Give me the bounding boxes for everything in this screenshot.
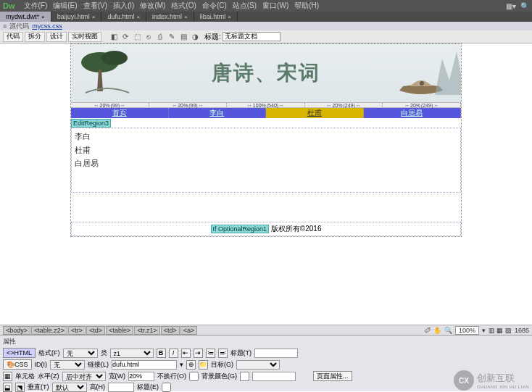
design-canvas[interactable]: 唐诗、宋词 ↔20% (99)↔ ↔20% (99)↔ ↔100% (540)↔… — [0, 43, 532, 312]
tag-crumb[interactable]: <tr> — [68, 326, 86, 335]
menu-window[interactable]: 窗口(W) — [262, 1, 288, 11]
close-icon[interactable]: × — [136, 14, 140, 20]
tag-crumb[interactable]: <tr.z1> — [134, 326, 160, 335]
browse-folder-icon[interactable]: 📁 — [199, 360, 208, 370]
class-label: 类 — [101, 349, 107, 358]
tag-crumb[interactable]: <a> — [180, 326, 198, 335]
source-label[interactable]: 源代码 — [9, 22, 29, 31]
close-icon[interactable]: × — [92, 14, 96, 20]
tool-icon[interactable]: ◑ — [190, 32, 200, 42]
select-tool-icon[interactable]: ⮰ — [424, 327, 431, 334]
tool-icon[interactable]: ✎ — [167, 32, 177, 42]
mode-css-button[interactable]: 🎨 CSS — [3, 359, 32, 370]
view-split-button[interactable]: 拆分 — [25, 32, 45, 42]
menu-site[interactable]: 站点(S) — [233, 1, 257, 11]
format-select[interactable]: 无 — [63, 349, 98, 358]
zoom-level[interactable]: 100% — [455, 326, 479, 335]
tree-illustration — [78, 48, 136, 99]
tool-icon[interactable]: ⬚ — [132, 32, 142, 42]
width-input[interactable] — [128, 372, 154, 381]
ruler-seg: ↔20% (249)↔ — [383, 103, 461, 107]
nowrap-checkbox[interactable] — [189, 372, 199, 381]
mode-html-button[interactable]: <> HTML — [3, 348, 36, 358]
tag-crumb[interactable]: <body> — [3, 326, 30, 335]
header-cell-checkbox[interactable] — [162, 383, 171, 392]
vert-select[interactable]: 默认 — [52, 383, 87, 392]
nav-libai[interactable]: 李白 — [169, 108, 267, 118]
zoom-dropdown-icon[interactable]: ▾ — [482, 327, 486, 334]
cell-icon[interactable]: ▦ — [3, 372, 12, 381]
horz-select[interactable]: 居中对齐 — [62, 372, 106, 381]
tool-icon[interactable]: ◧ — [109, 32, 119, 42]
tag-crumb[interactable]: <td> — [86, 326, 105, 335]
zoom-tool-icon[interactable]: 🔍 — [444, 327, 452, 334]
link-dropdown-icon[interactable]: ▾ — [180, 361, 183, 368]
italic-button[interactable]: I — [169, 349, 178, 358]
page-properties-button[interactable]: 页面属性... — [313, 371, 352, 381]
menu-insert[interactable]: 插入(I) — [113, 1, 134, 11]
close-icon[interactable]: × — [184, 14, 188, 20]
copyright-text: 版权所有©2016 — [271, 225, 322, 233]
menu-view[interactable]: 查看(V) — [83, 1, 107, 11]
editable-region-tag[interactable]: EditRegion3 — [71, 119, 111, 128]
tab-index[interactable]: index.html× — [146, 12, 194, 22]
ol-button[interactable]: ≕ — [218, 349, 228, 358]
horz-label: 水平(Z) — [38, 372, 59, 381]
banner: 唐诗、宋词 — [71, 44, 461, 102]
vert-label: 垂直(T) — [28, 383, 49, 392]
doc-title-input[interactable] — [223, 32, 280, 41]
editable-content[interactable]: 李白 杜甫 白居易 — [71, 128, 461, 193]
close-icon[interactable]: × — [41, 14, 45, 20]
bold-button[interactable]: B — [157, 349, 166, 358]
layout-icon[interactable]: ▦▾ — [506, 2, 516, 10]
view-live-button[interactable]: 实时视图 — [68, 32, 101, 42]
link-input[interactable] — [112, 360, 177, 370]
nav-baijuyi[interactable]: 白居易 — [364, 108, 462, 118]
tag-crumb[interactable]: <table> — [106, 326, 133, 335]
tab-libai[interactable]: libai.html× — [194, 12, 238, 22]
target-label: 目标(G) — [211, 360, 233, 370]
view-design-button[interactable]: 设计 — [46, 32, 67, 42]
watermark-text: 创新互联 — [477, 372, 529, 385]
menu-file[interactable]: 文件(F) — [24, 1, 48, 11]
tab-dufu[interactable]: dufu.html× — [101, 12, 146, 22]
outdent-button[interactable]: ⇤ — [181, 349, 191, 358]
merge-icon[interactable]: ⬓ — [3, 383, 12, 392]
nav-home[interactable]: 首页 — [71, 108, 169, 118]
bgcolor-input[interactable] — [252, 372, 296, 381]
tab-baijuyi[interactable]: baijuyi.html× — [51, 12, 102, 22]
css-file-link[interactable]: mycss.css — [32, 22, 62, 30]
burger-icon[interactable]: ≡ — [3, 22, 7, 30]
height-input[interactable] — [108, 383, 134, 392]
color-swatch[interactable] — [240, 372, 249, 381]
search-icon[interactable]: 🔍 — [520, 2, 529, 10]
id-select[interactable]: 无 — [50, 360, 85, 370]
menu-help[interactable]: 帮助(H) — [294, 1, 319, 11]
title-attr-input[interactable] — [254, 349, 298, 358]
tool-icon[interactable]: ⟳ — [120, 32, 130, 42]
menu-edit[interactable]: 编辑(E) — [53, 1, 77, 11]
tag-crumb[interactable]: <td> — [161, 326, 180, 335]
indent-button[interactable]: ⇥ — [194, 349, 203, 358]
menu-modify[interactable]: 修改(M) — [140, 1, 165, 11]
ul-button[interactable]: ≔ — [206, 349, 215, 358]
nav-dufu[interactable]: 杜甫 — [266, 108, 364, 118]
optional-region-tag[interactable]: If OptionalRegion1 — [211, 225, 270, 233]
content-line: 白居易 — [75, 157, 457, 170]
tag-crumb[interactable]: <table.z2> — [31, 326, 67, 335]
tool-icon[interactable]: ⎋ — [144, 32, 154, 42]
width-label: 宽(W) — [109, 372, 126, 381]
split-icon[interactable]: ⬔ — [15, 383, 25, 392]
tool-icon[interactable]: ▤ — [178, 32, 188, 42]
menu-format[interactable]: 格式(O) — [171, 1, 196, 11]
hand-tool-icon[interactable]: ✋ — [433, 327, 441, 334]
tab-mydwt[interactable]: mydwt.dwt*× — [0, 12, 51, 22]
class-select[interactable]: z1 — [110, 349, 154, 358]
menu-command[interactable]: 命令(C) — [202, 1, 227, 11]
point-to-file-icon[interactable]: ⊕ — [186, 360, 196, 370]
tool-icon[interactable]: ⎙ — [155, 32, 165, 42]
target-select[interactable] — [236, 360, 280, 370]
close-icon[interactable]: × — [228, 14, 231, 20]
view-code-button[interactable]: 代码 — [3, 32, 23, 42]
viewport-icon[interactable]: ▥ ▦ ▧ — [489, 327, 512, 334]
